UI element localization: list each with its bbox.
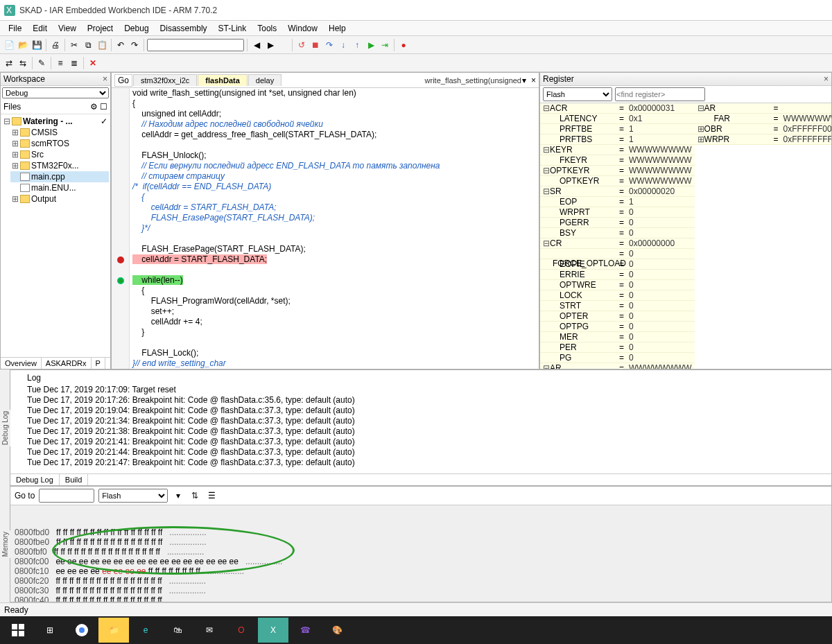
go-button[interactable]: Go <box>114 74 132 87</box>
register-row[interactable]: OPTWRE=0 <box>540 280 695 290</box>
register-row[interactable]: EOP=1 <box>540 197 695 207</box>
menu-file[interactable]: File <box>3 22 27 35</box>
register-row[interactable]: WRPRT=0 <box>540 207 695 218</box>
opera-icon[interactable]: O <box>226 618 257 643</box>
tool2-icon[interactable]: ⇆ <box>17 57 29 69</box>
register-close-icon[interactable]: × <box>824 74 829 84</box>
copy-icon[interactable]: ⧉ <box>82 39 94 51</box>
reset-icon[interactable]: ↺ <box>295 39 308 51</box>
menu-st-link[interactable]: ST-Link <box>213 22 252 35</box>
register-group-select[interactable]: Flash <box>543 87 612 101</box>
tree-item[interactable]: ⊞Src <box>10 149 109 160</box>
menu-edit[interactable]: Edit <box>27 22 53 35</box>
mail-icon[interactable]: ✉ <box>194 618 225 643</box>
tree-item[interactable]: ⊞scmRTOS <box>10 138 109 149</box>
register-row[interactable]: PGERR=0 <box>540 218 695 228</box>
register-row[interactable]: ⊟KEYR=WWWWWWWW <box>540 145 695 155</box>
viber-icon[interactable]: ☎ <box>290 618 320 643</box>
tool4-icon[interactable]: ≡ <box>54 57 67 69</box>
workspace-close-icon[interactable]: × <box>103 74 107 84</box>
new-icon[interactable]: 📄 <box>3 39 15 51</box>
menu-tools[interactable]: Tools <box>252 22 282 35</box>
cut-icon[interactable]: ✂ <box>68 39 80 51</box>
redo-icon[interactable]: ↷ <box>128 39 141 51</box>
register-row[interactable]: STRT=0 <box>540 301 695 311</box>
start-button[interactable] <box>3 618 33 643</box>
menu-help[interactable]: Help <box>323 22 352 35</box>
ws-tab[interactable]: ASKARDRx <box>42 358 92 369</box>
stop-icon[interactable]: ⏹ <box>309 39 322 51</box>
register-row[interactable]: ⊟OPTKEYR=WWWWWWWW <box>540 166 695 176</box>
taskview-icon[interactable]: ⊞ <box>35 618 65 643</box>
edge-icon[interactable]: e <box>130 618 161 643</box>
paste-icon[interactable]: 📋 <box>96 39 108 51</box>
step-over-icon[interactable]: ↷ <box>323 39 336 51</box>
breakpoint-icon[interactable]: ● <box>397 39 410 51</box>
tree-item[interactable]: main.cpp <box>10 171 109 182</box>
tree-item[interactable]: main.ENU... <box>10 182 109 193</box>
register-row[interactable]: ⊟AR=WWWWWWWW <box>540 363 695 369</box>
chrome-icon[interactable] <box>67 618 97 643</box>
open-icon[interactable]: 📂 <box>17 39 29 51</box>
register-row[interactable]: MER=0 <box>540 332 695 342</box>
run-icon[interactable]: ▶ <box>365 39 377 51</box>
register-row[interactable]: ⊟AR= <box>695 103 831 114</box>
save-icon[interactable]: 💾 <box>31 39 43 51</box>
register-row[interactable]: LOCK=0 <box>540 290 695 301</box>
menu-disassembly[interactable]: Disassembly <box>155 22 213 35</box>
tree-item[interactable]: ⊞STM32F0x... <box>10 160 109 171</box>
close-icon[interactable]: ✕ <box>87 57 99 69</box>
tree-root[interactable]: ⊟ Watering - ...✓ <box>2 116 109 127</box>
mem-cfg1-icon[interactable]: ▾ <box>172 489 184 502</box>
memory-view[interactable]: 0800fbd0ff ff ff ff ff ff ff ff ff ff ff… <box>10 505 831 602</box>
paint-icon[interactable]: 🎨 <box>322 618 352 643</box>
log-tab[interactable]: Debug Log <box>10 474 60 485</box>
editor-tab[interactable]: flashData <box>198 74 248 86</box>
register-row[interactable]: ⊟CR=0x00000000 <box>540 238 695 249</box>
menu-window[interactable]: Window <box>282 22 323 35</box>
run-to-icon[interactable]: ⇥ <box>379 39 391 51</box>
register-row[interactable]: ⊞OBR=0xFFFFFF00 <box>695 124 831 134</box>
tree-item[interactable]: ⊞Output <box>10 193 109 204</box>
register-row[interactable]: PG=0 <box>540 353 695 363</box>
find-register-input[interactable] <box>615 87 705 101</box>
tree-item[interactable]: ⊞CMSIS <box>10 127 109 138</box>
register-row[interactable]: OPTKEYR=WWWWWWWW <box>540 176 695 186</box>
code-editor[interactable]: void write_flash_setting(unsigned int *s… <box>112 88 539 369</box>
memory-region-select[interactable]: Flash <box>98 489 168 503</box>
undo-icon[interactable]: ↶ <box>114 39 127 51</box>
tool3-icon[interactable]: ✎ <box>35 57 48 69</box>
nav-fwd-icon[interactable]: ▶ <box>264 39 277 51</box>
editor-close-icon[interactable]: × <box>531 76 536 85</box>
register-row[interactable]: FKEYR=WWWWWWWW <box>540 155 695 166</box>
menu-view[interactable]: View <box>53 22 82 35</box>
register-row[interactable]: OPTER=0 <box>540 311 695 322</box>
register-row[interactable]: EOPIE=0 <box>540 259 695 270</box>
ws-tab[interactable]: Overview <box>1 358 42 369</box>
print-icon[interactable]: 🖨 <box>49 39 62 51</box>
search-input[interactable] <box>147 39 244 51</box>
tool5-icon[interactable]: ≣ <box>68 57 80 69</box>
register-row[interactable]: FAR=WWWWWWWW <box>695 114 831 124</box>
register-row[interactable]: ⊟ACR=0x00000031 <box>540 103 695 114</box>
log-body[interactable]: Log Tue Dec 17, 2019 20:17:09: Target re… <box>10 370 831 473</box>
register-row[interactable]: PRFTBS=1 <box>540 134 695 145</box>
register-row[interactable]: ⊞WRPR=0xFFFFFFFF <box>695 134 831 145</box>
register-row[interactable]: ERRIE=0 <box>540 270 695 280</box>
goto-input[interactable] <box>39 489 94 503</box>
register-row[interactable]: BSY=0 <box>540 228 695 238</box>
register-row[interactable]: OPTPG=0 <box>540 322 695 332</box>
explorer-icon[interactable]: 📁 <box>98 618 129 643</box>
tool1-icon[interactable]: ⇄ <box>3 57 15 69</box>
register-row[interactable]: FORCE_OPTLOAD=0 <box>540 249 695 259</box>
menu-debug[interactable]: Debug <box>119 22 154 35</box>
step-out-icon[interactable]: ↑ <box>351 39 363 51</box>
menu-project[interactable]: Project <box>82 22 119 35</box>
file-tree[interactable]: ⊟ Watering - ...✓ ⊞CMSIS⊞scmRTOS⊞Src⊞STM… <box>1 114 110 357</box>
function-indicator[interactable]: write_flash_setting(unsigned <box>425 76 521 85</box>
step-into-icon[interactable]: ↓ <box>337 39 349 51</box>
nav-back-icon[interactable]: ◀ <box>250 39 263 51</box>
store-icon[interactable]: 🛍 <box>162 618 193 643</box>
register-row[interactable]: PRFTBE=1 <box>540 124 695 134</box>
ws-tab[interactable]: P <box>92 358 105 369</box>
